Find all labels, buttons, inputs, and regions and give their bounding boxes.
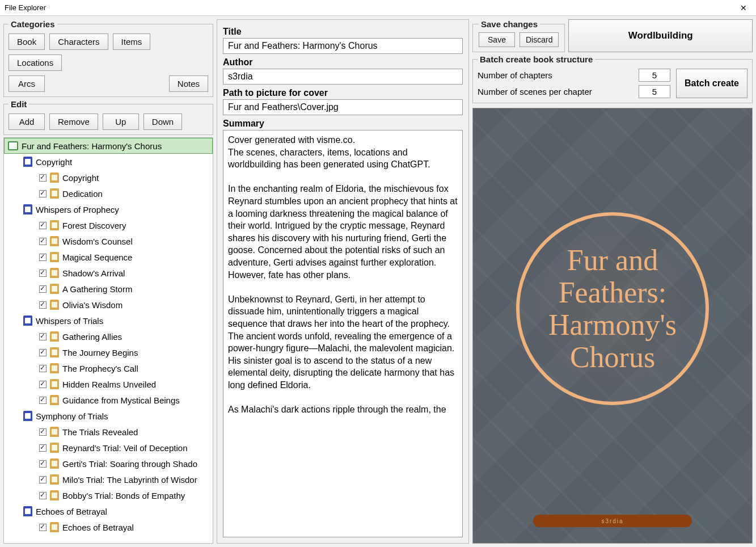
scene-checkbox[interactable]	[39, 254, 47, 261]
tree-scene[interactable]: Olivia's Wisdom	[4, 297, 213, 313]
scene-label: The Journey Begins	[62, 348, 138, 357]
tree-scene[interactable]: Bobby's Trial: Bonds of Empathy	[4, 487, 213, 503]
tree-chapter[interactable]: Echoes of Betrayal	[4, 503, 213, 519]
tree-scene[interactable]: Copyright	[4, 170, 213, 186]
scene-checkbox[interactable]	[39, 301, 47, 309]
tree-scene[interactable]: Guidance from Mystical Beings	[4, 392, 213, 408]
batch-group: Batch create book structure Number of ch…	[472, 54, 753, 103]
tree-scene[interactable]: Dedication	[4, 186, 213, 201]
chapter-icon	[23, 506, 32, 516]
category-book-button[interactable]: Book	[9, 33, 45, 50]
scene-label: Reynard's Trial: Veil of Deception	[62, 443, 187, 453]
scene-checkbox[interactable]	[39, 476, 47, 483]
cover-path-input[interactable]	[223, 99, 463, 115]
batch-chapters-input[interactable]	[639, 69, 670, 82]
edit-group: Edit Add Remove Up Down	[3, 99, 213, 135]
scene-checkbox[interactable]	[39, 238, 47, 245]
categories-legend: Categories	[9, 19, 57, 29]
scene-icon	[50, 474, 59, 485]
scene-checkbox[interactable]	[39, 460, 47, 468]
book-icon	[8, 141, 18, 150]
chapter-label: Whispers of Prophecy	[36, 205, 119, 214]
edit-legend: Edit	[9, 99, 29, 109]
tree-chapter[interactable]: Symphony of Trials	[4, 408, 213, 424]
scene-label: Milo's Trial: The Labyrinth of Wisdor	[62, 475, 197, 485]
scene-icon	[50, 427, 59, 437]
scene-label: Gerti's Trial: Soaring through Shado	[62, 459, 197, 469]
discard-button[interactable]: Discard	[520, 32, 559, 47]
scene-icon	[50, 347, 59, 357]
scene-checkbox[interactable]	[39, 492, 47, 499]
chapter-label: Echoes of Betrayal	[36, 507, 107, 516]
scene-icon	[50, 379, 59, 389]
tree-root-label: Fur and Feathers: Harmony's Chorus	[22, 141, 162, 151]
chapter-label: Symphony of Trials	[36, 411, 108, 421]
save-button[interactable]: Save	[479, 32, 515, 47]
add-button[interactable]: Add	[9, 113, 45, 130]
scene-icon	[50, 458, 59, 469]
scene-icon	[50, 522, 59, 532]
author-label: Author	[223, 57, 463, 68]
chapter-icon	[23, 157, 32, 167]
scene-checkbox[interactable]	[39, 349, 47, 356]
details-panel: Title Author Path to picture for cover S…	[217, 19, 469, 544]
chapter-label: Whispers of Trials	[36, 316, 103, 326]
book-tree[interactable]: Fur and Feathers: Harmony's Chorus Copyr…	[3, 137, 213, 544]
scene-checkbox[interactable]	[39, 222, 47, 229]
cover-circle: Fur and Feathers: Harmony's Chorus	[516, 212, 709, 405]
category-locations-button[interactable]: Locations	[9, 54, 62, 71]
tree-chapter[interactable]: Copyright	[4, 154, 213, 170]
save-legend: Save changes	[479, 19, 540, 29]
scene-checkbox[interactable]	[39, 365, 47, 372]
author-input[interactable]	[223, 69, 463, 85]
close-icon[interactable]: ✕	[736, 2, 751, 14]
tree-scene[interactable]: Reynard's Trial: Veil of Deception	[4, 440, 213, 456]
tree-scene[interactable]: Forest Discovery	[4, 217, 213, 233]
down-button[interactable]: Down	[143, 113, 182, 130]
tree-scene[interactable]: Shadow's Arrival	[4, 265, 213, 281]
scene-label: Hidden Realms Unveiled	[62, 380, 156, 389]
scene-checkbox[interactable]	[39, 381, 47, 388]
category-items-button[interactable]: Items	[113, 33, 151, 50]
scene-checkbox[interactable]	[39, 397, 47, 404]
scene-icon	[50, 300, 59, 310]
tree-scene[interactable]: The Journey Begins	[4, 344, 213, 360]
scene-label: Shadow's Arrival	[62, 268, 125, 278]
batch-scenes-input[interactable]	[639, 85, 670, 98]
tree-root[interactable]: Fur and Feathers: Harmony's Chorus	[4, 138, 213, 154]
up-button[interactable]: Up	[103, 113, 139, 130]
tree-scene[interactable]: Hidden Realms Unveiled	[4, 376, 213, 392]
scene-label: Copyright	[62, 173, 99, 183]
scene-icon	[50, 268, 59, 278]
tree-scene[interactable]: Gerti's Trial: Soaring through Shado	[4, 456, 213, 472]
scene-label: Echoes of Betrayal	[62, 523, 134, 532]
title-input[interactable]	[223, 38, 463, 54]
scene-checkbox[interactable]	[39, 285, 47, 293]
tree-scene[interactable]: Echoes of Betrayal	[4, 519, 213, 535]
remove-button[interactable]: Remove	[49, 113, 98, 130]
batch-create-button[interactable]: Batch create	[676, 69, 747, 98]
category-notes-button[interactable]: Notes	[169, 75, 208, 92]
worldbuilding-button[interactable]: Wordlbuilding	[568, 19, 753, 52]
title-label: Title	[223, 27, 463, 37]
category-characters-button[interactable]: Characters	[49, 33, 108, 50]
tree-chapter[interactable]: Whispers of Trials	[4, 313, 213, 329]
tree-scene[interactable]: Gathering Allies	[4, 329, 213, 344]
tree-scene[interactable]: A Gathering Storm	[4, 281, 213, 297]
tree-scene[interactable]: The Prophecy's Call	[4, 360, 213, 376]
tree-scene[interactable]: The Trials Revealed	[4, 424, 213, 440]
tree-scene[interactable]: Milo's Trial: The Labyrinth of Wisdor	[4, 472, 213, 487]
scene-checkbox[interactable]	[39, 174, 47, 182]
scene-checkbox[interactable]	[39, 444, 47, 452]
tree-scene[interactable]: Magical Sequence	[4, 249, 213, 265]
save-group: Save changes Save Discard	[472, 19, 565, 52]
scene-checkbox[interactable]	[39, 428, 47, 436]
summary-textarea[interactable]	[223, 130, 463, 537]
scene-checkbox[interactable]	[39, 333, 47, 340]
tree-scene[interactable]: Wisdom's Counsel	[4, 233, 213, 249]
tree-chapter[interactable]: Whispers of Prophecy	[4, 201, 213, 217]
category-arcs-button[interactable]: Arcs	[9, 75, 45, 92]
scene-checkbox[interactable]	[39, 270, 47, 277]
scene-checkbox[interactable]	[39, 524, 47, 531]
scene-checkbox[interactable]	[39, 190, 47, 197]
